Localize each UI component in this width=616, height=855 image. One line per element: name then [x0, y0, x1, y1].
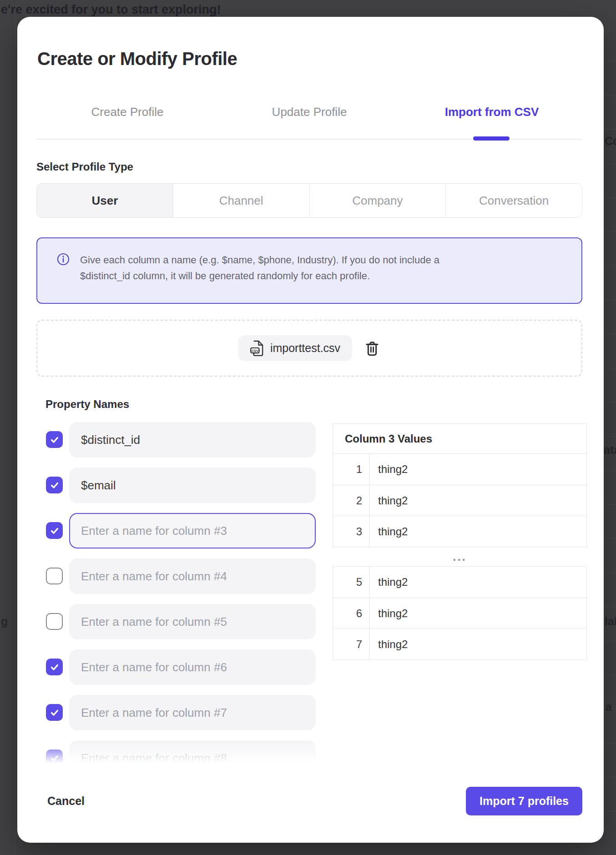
active-tab-underline	[473, 136, 510, 141]
cancel-button[interactable]: Cancel	[43, 790, 89, 812]
background-table-divider	[15, 18, 16, 855]
profile-type-user[interactable]: User	[37, 184, 173, 217]
column-4-checkbox[interactable]	[46, 568, 63, 584]
table-row: 1 thing2	[333, 454, 586, 485]
create-or-modify-profile-modal: Create or Modify Profile Create Profile …	[17, 17, 604, 843]
check-icon	[50, 435, 60, 445]
property-row	[45, 513, 318, 548]
column-5-checkbox[interactable]	[46, 613, 63, 630]
column-1-name-input[interactable]	[69, 422, 316, 458]
values-table-header: Column 3 Values	[333, 424, 586, 454]
info-note-line1: Give each column a name (e.g. $name, $ph…	[80, 252, 553, 268]
background-fragment: ata	[604, 443, 616, 457]
background-fragment: a	[606, 700, 612, 714]
select-profile-type-label: Select Profile Type	[36, 161, 133, 173]
tab-import-from-csv[interactable]: Import from CSV	[445, 105, 539, 119]
column-4-name-input[interactable]	[69, 558, 316, 594]
table-row: 2 thing2	[333, 485, 586, 516]
column-2-checkbox[interactable]	[46, 477, 63, 493]
column-7-name-input[interactable]	[69, 695, 316, 730]
check-icon	[50, 753, 60, 763]
check-icon	[50, 662, 60, 672]
column-values-preview: Column 3 Values 1 thing2 2 thing2 3 thin…	[333, 423, 587, 660]
tab-create-profile[interactable]: Create Profile	[91, 105, 164, 119]
table-row: 5 thing2	[333, 567, 586, 598]
modal-title: Create or Modify Profile	[37, 49, 237, 69]
row-value: thing2	[370, 516, 408, 547]
property-row	[45, 558, 318, 594]
row-number: 3	[333, 516, 370, 547]
column-6-checkbox[interactable]	[46, 659, 63, 675]
row-number: 1	[333, 454, 370, 485]
row-value: thing2	[370, 454, 408, 485]
trash-icon	[365, 340, 379, 357]
check-icon	[50, 480, 60, 490]
background-fragment: Col	[605, 135, 616, 148]
background-banner-text: e're excited for you to start exploring!	[1, 3, 221, 17]
column-3-checkbox[interactable]	[46, 522, 63, 539]
screen: e're excited for you to start exploring!…	[0, 0, 616, 855]
table-row: 6 thing2	[333, 598, 586, 629]
svg-text:CSV: CSV	[251, 349, 259, 353]
column-1-checkbox[interactable]	[46, 431, 63, 448]
background-table-rows	[604, 27, 616, 841]
uploaded-file-chip: CSV importtest.csv	[238, 335, 352, 361]
background-fragment: lab	[605, 615, 616, 628]
column-7-checkbox[interactable]	[46, 704, 63, 721]
column-6-name-input[interactable]	[69, 649, 316, 685]
property-names-label: Property Names	[45, 398, 129, 411]
profile-type-channel[interactable]: Channel	[173, 184, 309, 217]
values-table-bottom: 5 thing2 6 thing2 7 thing2	[333, 566, 587, 660]
column-8-name-input[interactable]	[69, 740, 316, 766]
row-value: thing2	[370, 598, 408, 629]
row-number: 7	[333, 629, 370, 659]
property-row	[45, 468, 318, 503]
property-row	[45, 695, 318, 730]
check-icon	[50, 708, 60, 718]
column-8-checkbox[interactable]	[46, 749, 63, 766]
row-number: 2	[333, 485, 370, 516]
property-row	[45, 422, 318, 458]
info-note-text: Give each column a name (e.g. $name, $ph…	[80, 252, 553, 284]
info-icon	[57, 253, 70, 266]
row-number: 6	[333, 598, 370, 629]
info-note: Give each column a name (e.g. $name, $ph…	[36, 237, 582, 304]
csv-file-icon: CSV	[250, 340, 264, 356]
table-row: 3 thing2	[333, 516, 586, 547]
table-row: 7 thing2	[333, 629, 586, 659]
table-ellipsis: ...	[333, 547, 587, 566]
check-icon	[50, 526, 60, 536]
row-value: thing2	[370, 485, 408, 516]
row-value: thing2	[370, 567, 408, 598]
property-row	[45, 649, 318, 685]
property-row	[45, 740, 318, 766]
background-fragment: g	[1, 615, 8, 628]
remove-file-button[interactable]	[364, 339, 380, 357]
profile-type-segmented-control: User Channel Company Conversation	[36, 183, 582, 218]
row-number: 5	[333, 567, 370, 598]
column-2-name-input[interactable]	[69, 468, 316, 503]
profile-type-conversation[interactable]: Conversation	[445, 184, 582, 217]
property-rows-scroll[interactable]	[45, 422, 318, 766]
tab-update-profile[interactable]: Update Profile	[272, 105, 347, 119]
uploaded-file-name: importtest.csv	[270, 342, 340, 355]
import-profiles-button[interactable]: Import 7 profiles	[466, 787, 582, 815]
column-5-name-input[interactable]	[69, 604, 316, 639]
csv-dropzone[interactable]: CSV importtest.csv	[36, 320, 582, 377]
row-value: thing2	[370, 629, 408, 659]
property-row	[45, 604, 318, 639]
info-note-line2: $distinct_id column, it will be generate…	[80, 268, 553, 284]
values-table-top: Column 3 Values 1 thing2 2 thing2 3 thin…	[333, 423, 587, 547]
column-3-name-input[interactable]	[69, 513, 316, 548]
profile-type-company[interactable]: Company	[309, 184, 446, 217]
